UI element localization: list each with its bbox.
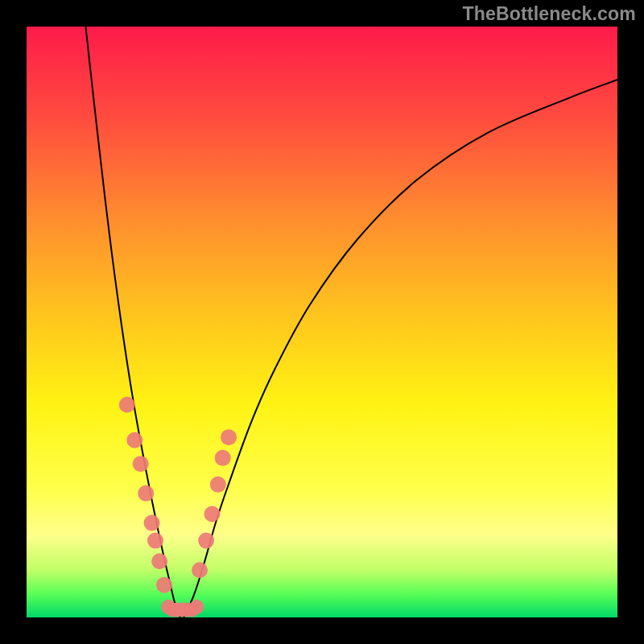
highlight-marker: [126, 432, 142, 448]
highlight-marker: [133, 456, 149, 472]
highlight-marker: [198, 533, 214, 549]
chart-container: TheBottleneck.com: [0, 0, 644, 644]
highlight-marker: [204, 506, 220, 522]
highlight-marker: [215, 450, 231, 466]
marker-cluster-left: [119, 397, 172, 593]
highlight-marker: [151, 553, 167, 569]
highlight-marker: [221, 429, 237, 445]
plot-area: [27, 27, 617, 617]
highlight-marker: [210, 477, 226, 493]
marker-cluster-right: [192, 429, 237, 578]
watermark-text: TheBottleneck.com: [462, 3, 636, 25]
curve-svg: [27, 27, 617, 617]
bottleneck-curve: [85, 27, 617, 618]
highlight-marker: [144, 515, 160, 531]
highlight-marker: [156, 577, 172, 593]
highlight-marker: [189, 600, 204, 614]
marker-cluster-bottom: [161, 600, 204, 617]
highlight-marker: [147, 533, 163, 549]
highlight-marker: [138, 485, 154, 502]
highlight-marker: [192, 562, 208, 578]
highlight-marker: [119, 397, 135, 413]
